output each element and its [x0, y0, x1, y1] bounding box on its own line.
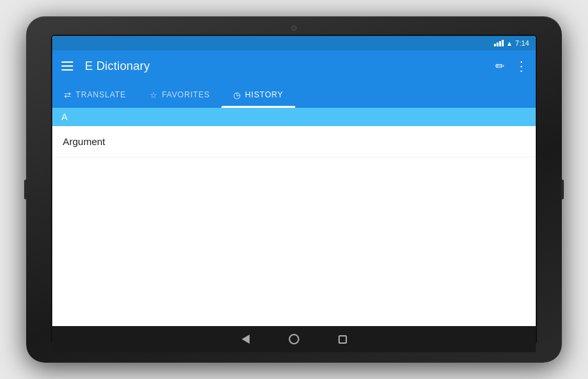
app-bar-actions: ✏ ⋮ — [495, 59, 528, 73]
tab-history-label: HISTORY — [245, 90, 284, 99]
signal-bar-4 — [502, 40, 504, 46]
nav-home-icon — [289, 334, 299, 344]
tab-history[interactable]: ◷ HISTORY — [221, 82, 295, 108]
list-item-text: Argument — [63, 136, 105, 147]
translate-icon: ⇄ — [64, 90, 72, 100]
nav-back-icon — [242, 335, 250, 344]
signal-bar-2 — [497, 42, 498, 46]
nav-recents-button[interactable] — [338, 335, 347, 344]
hamburger-line-3 — [61, 69, 73, 71]
nav-home-button[interactable] — [289, 334, 299, 344]
section-letter: A — [61, 112, 67, 122]
hamburger-menu-icon[interactable] — [60, 60, 74, 72]
app-title: E Dictionary — [85, 59, 495, 73]
nav-back-button[interactable] — [242, 335, 250, 344]
camera — [291, 25, 297, 31]
app-bar: E Dictionary ✏ ⋮ — [52, 50, 536, 82]
tab-translate[interactable]: ⇄ TRANSLATE — [52, 82, 138, 108]
tablet-shell: ▲ 7:14 E Dictionary ✏ ⋮ ⇄ TRANSLATE — [26, 16, 562, 363]
content-area: Argument — [52, 126, 536, 343]
wifi-icon: ▲ — [506, 40, 513, 47]
signal-icon — [494, 40, 504, 46]
nav-bar — [52, 326, 536, 352]
screen: ▲ 7:14 E Dictionary ✏ ⋮ ⇄ TRANSLATE — [52, 36, 536, 343]
tabs-bar: ⇄ TRANSLATE ☆ FAVORITES ◷ HISTORY — [52, 82, 536, 108]
favorites-icon: ☆ — [150, 90, 158, 100]
tab-translate-label: TRANSLATE — [76, 90, 126, 99]
side-button-right[interactable] — [561, 180, 564, 199]
tab-favorites-label: FAVORITES — [162, 90, 210, 99]
hamburger-line-2 — [61, 65, 73, 67]
section-header: A — [52, 108, 536, 126]
status-bar: ▲ 7:14 — [52, 36, 536, 50]
status-time: 7:14 — [515, 39, 529, 47]
signal-bar-1 — [494, 44, 496, 46]
side-button-left[interactable] — [24, 180, 27, 199]
tab-favorites[interactable]: ☆ FAVORITES — [138, 82, 221, 108]
history-icon: ◷ — [233, 90, 241, 100]
status-bar-right: ▲ 7:14 — [494, 39, 529, 47]
edit-icon[interactable]: ✏ — [495, 59, 504, 73]
nav-recents-icon — [338, 335, 347, 344]
signal-bar-3 — [499, 41, 501, 46]
hamburger-line-1 — [61, 61, 73, 63]
list-item[interactable]: Argument — [52, 126, 536, 157]
